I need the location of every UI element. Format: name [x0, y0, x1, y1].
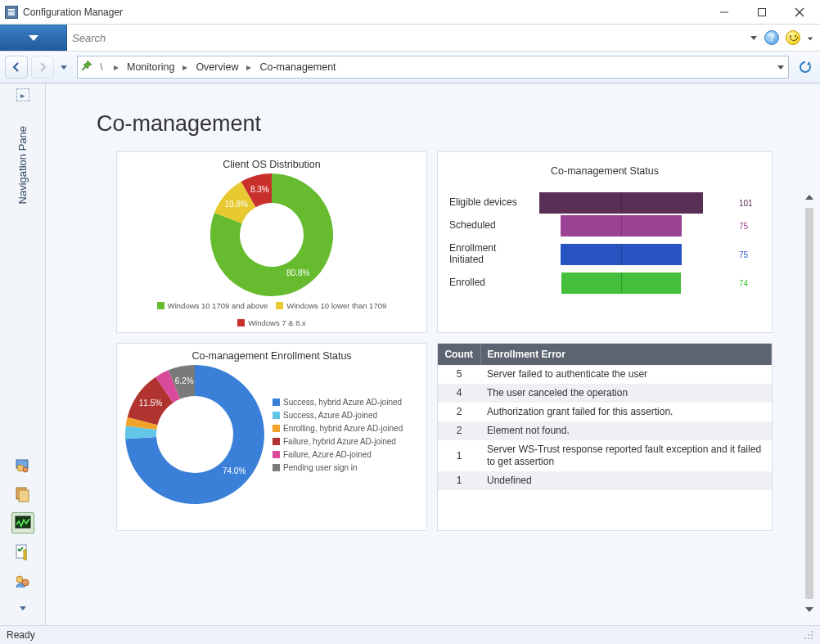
- resize-grip-icon[interactable]: [802, 628, 813, 642]
- svg-marker-12: [807, 61, 811, 65]
- chevron-right-icon[interactable]: ▸: [243, 61, 255, 73]
- close-button[interactable]: [781, 0, 818, 25]
- cell-count: 5: [438, 365, 480, 384]
- nav-back-button[interactable]: [5, 56, 28, 79]
- funnel-row: Scheduled 75: [449, 214, 760, 237]
- svg-rect-1: [8, 9, 15, 11]
- workspace-assets-icon[interactable]: [11, 453, 34, 475]
- refresh-button[interactable]: [795, 57, 815, 77]
- vertical-scrollbar[interactable]: [802, 190, 817, 617]
- svg-text:8.3%: 8.3%: [250, 185, 269, 194]
- svg-point-36: [808, 637, 809, 639]
- funnel-bar: [539, 272, 736, 294]
- breadcrumb-bar[interactable]: \ ▸ Monitoring ▸ Overview ▸ Co-managemen…: [77, 56, 789, 79]
- nav-history-dropdown[interactable]: [57, 63, 70, 71]
- svg-text:10.8%: 10.8%: [225, 200, 248, 209]
- navigation-pane-collapsed: ▸ Navigation Pane: [0, 83, 46, 625]
- help-icon[interactable]: ?: [764, 30, 779, 45]
- svg-point-35: [804, 637, 806, 639]
- funnel-row: Enrolled 74: [449, 272, 760, 295]
- expand-navpane-button[interactable]: ▸: [16, 88, 29, 101]
- svg-rect-4: [759, 8, 766, 16]
- breadcrumb-item-overview[interactable]: Overview: [192, 60, 241, 74]
- navpane-label[interactable]: Navigation Pane: [16, 121, 29, 209]
- feedback-dropdown[interactable]: [807, 30, 813, 45]
- table-row[interactable]: 2Element not found.: [438, 421, 772, 440]
- breadcrumb-item-monitoring[interactable]: Monitoring: [124, 60, 178, 74]
- chevron-right-icon[interactable]: ▸: [110, 61, 122, 73]
- table-header-count[interactable]: Count: [438, 344, 480, 365]
- table-row[interactable]: 1Server WS-Trust response reported fault…: [438, 440, 772, 471]
- funnel-chart[interactable]: Eligible devices 101 Scheduled 75 Enroll…: [449, 180, 760, 295]
- feedback-smiley-icon[interactable]: [786, 30, 800, 45]
- page-title: Co-management: [46, 83, 820, 151]
- svg-point-32: [811, 631, 813, 633]
- breadcrumb-dropdown[interactable]: [777, 63, 785, 71]
- ribbon-menu-button[interactable]: [0, 25, 67, 51]
- search-scope-dropdown[interactable]: [750, 30, 758, 45]
- funnel-bar: [539, 215, 736, 236]
- funnel-bar: [539, 244, 736, 265]
- card-client-os-distribution: Client OS Distribution 80.8%10.8%8.3% Wi…: [116, 151, 427, 333]
- ribbon-row: ?: [0, 25, 820, 52]
- scrollbar-thumb[interactable]: [805, 208, 813, 599]
- cell-count: 1: [438, 440, 480, 471]
- breadcrumb-root-sep: \: [94, 61, 109, 73]
- cell-count: 1: [438, 471, 480, 490]
- funnel-value: 75: [736, 250, 760, 259]
- status-text: Ready: [7, 629, 35, 641]
- svg-text:6.2%: 6.2%: [175, 376, 194, 385]
- cell-error: Server WS-Trust response reported fault …: [480, 440, 772, 471]
- table-header-error[interactable]: Enrollment Error: [480, 344, 772, 365]
- svg-marker-11: [777, 65, 784, 70]
- funnel-label: EnrollmentInitiated: [449, 243, 539, 266]
- card-comanagement-status: Co-management Status Eligible devices 10…: [437, 151, 773, 333]
- cell-error: Undefined: [480, 471, 772, 490]
- workspace-monitoring-icon[interactable]: [11, 512, 34, 534]
- titlebar: Configuration Manager: [0, 0, 820, 25]
- legend-item: Windows 7 & 8.x: [237, 318, 306, 327]
- cell-count: 4: [438, 384, 480, 403]
- table-row[interactable]: 2Authorization grant failed for this ass…: [438, 403, 772, 421]
- card-enrollment-errors: Count Enrollment Error 5Server failed to…: [437, 343, 773, 531]
- funnel-value: 74: [736, 279, 760, 288]
- funnel-label: Scheduled: [449, 220, 539, 232]
- maximize-button[interactable]: [743, 0, 781, 25]
- nav-forward-button[interactable]: [31, 56, 54, 79]
- legend-client-os: Windows 10 1709 and aboveWindows 10 lowe…: [117, 296, 426, 334]
- donut-chart-enrollment[interactable]: 74.0%11.5%6.2%: [125, 365, 264, 504]
- card-title: Co-management Enrollment Status: [117, 344, 426, 365]
- legend-item: Failure, hybrid Azure AD-joined: [273, 437, 418, 446]
- window-title: Configuration Manager: [23, 7, 123, 18]
- svg-marker-7: [29, 35, 38, 41]
- breadcrumb-item-comanagement[interactable]: Co-management: [256, 60, 339, 74]
- svg-marker-8: [750, 36, 757, 40]
- workspace-overflow-button[interactable]: [19, 601, 27, 615]
- svg-point-34: [811, 634, 813, 636]
- table-row[interactable]: 4The user canceled the operation: [438, 384, 772, 403]
- legend-item: Windows 10 lower than 1709: [276, 301, 386, 310]
- svg-marker-23: [20, 606, 26, 610]
- scroll-up-button[interactable]: [802, 190, 817, 205]
- status-bar: Ready: [0, 625, 820, 644]
- minimize-button[interactable]: [705, 0, 743, 25]
- svg-text:80.8%: 80.8%: [286, 268, 309, 277]
- svg-marker-9: [808, 37, 813, 40]
- legend-item: Failure, Azure AD-joined: [273, 450, 418, 459]
- workspace-administration-icon[interactable]: [11, 571, 34, 592]
- table-row[interactable]: 1Undefined: [438, 471, 772, 490]
- cell-error: Authorization grant failed for this asse…: [480, 403, 772, 421]
- pin-icon[interactable]: [81, 60, 92, 74]
- table-row[interactable]: 5Server failed to authenticate the user: [438, 365, 772, 384]
- workspace-compliance-icon[interactable]: [11, 542, 34, 563]
- svg-point-15: [23, 467, 28, 472]
- funnel-bar: [539, 192, 736, 214]
- donut-chart-client-os[interactable]: 80.8%10.8%8.3%: [210, 173, 333, 296]
- funnel-value: 75: [736, 222, 760, 231]
- workspace-library-icon[interactable]: [11, 483, 34, 504]
- chevron-right-icon[interactable]: ▸: [179, 61, 191, 73]
- svg-point-37: [811, 637, 813, 639]
- search-input[interactable]: [72, 29, 745, 47]
- scroll-down-button[interactable]: [802, 602, 817, 617]
- svg-marker-10: [61, 65, 67, 70]
